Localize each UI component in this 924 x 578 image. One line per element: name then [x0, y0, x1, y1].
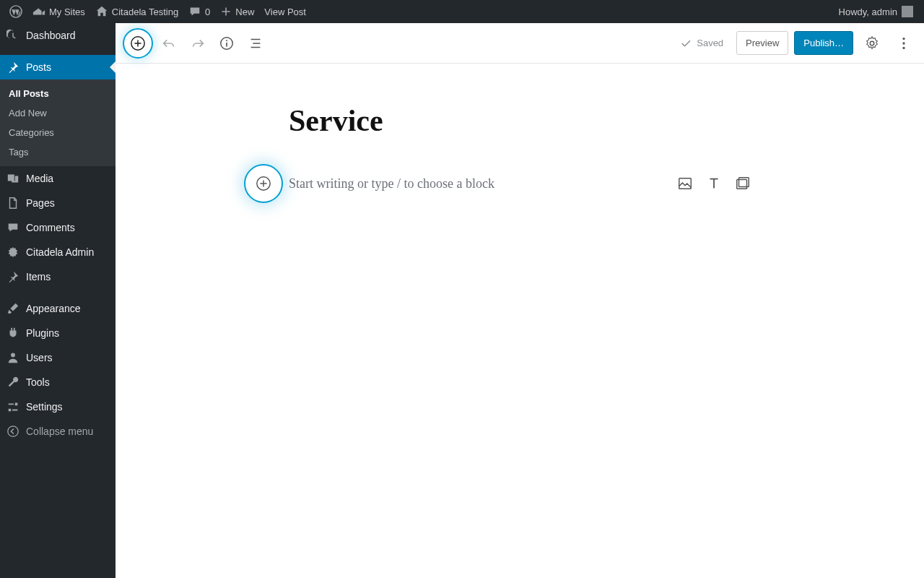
onboarding-highlight-inline [244, 164, 283, 203]
plug-icon [6, 326, 20, 340]
insert-heading-button[interactable] [706, 176, 722, 191]
onboarding-highlight [123, 28, 153, 59]
sidebar-item-plugins[interactable]: Plugins [0, 321, 116, 345]
collapse-label: Collapse menu [26, 426, 93, 437]
svg-point-5 [226, 40, 227, 41]
post-title[interactable]: Service [289, 103, 751, 138]
svg-point-9 [902, 46, 905, 48]
plus-circle-icon [256, 176, 271, 191]
new-label: New [235, 7, 254, 17]
comments-count: 0 [205, 7, 210, 17]
wordpress-icon [9, 5, 22, 18]
undo-button[interactable] [156, 30, 182, 56]
plus-icon [220, 6, 232, 17]
my-sites-link[interactable]: My Sites [27, 0, 90, 23]
outline-icon [248, 35, 263, 51]
sidebar-submenu-posts: All Posts Add New Categories Tags [0, 79, 116, 166]
publish-button[interactable]: Publish… [794, 31, 853, 55]
sidebar-label-tools: Tools [26, 376, 50, 388]
svg-point-8 [902, 42, 905, 44]
redo-icon [190, 35, 206, 51]
view-post-label: View Post [264, 7, 306, 17]
sidebar-label-citadela: Citadela Admin [26, 246, 94, 258]
avatar [902, 6, 913, 17]
block-placeholder-text[interactable]: Start writing or type / to choose a bloc… [289, 176, 494, 191]
admin-sidebar: Dashboard Posts All Posts Add New Catego… [0, 23, 116, 578]
svg-point-1 [11, 353, 15, 358]
image-icon [677, 176, 693, 191]
svg-point-2 [8, 426, 18, 436]
editor-canvas[interactable]: Service Start writing or type / to choos… [116, 64, 924, 578]
media-icon [6, 171, 20, 186]
sidebar-label-posts: Posts [26, 61, 51, 73]
sidebar-label-dashboard: Dashboard [26, 30, 76, 41]
outline-button[interactable] [243, 30, 269, 56]
account-link[interactable]: Howdy, admin [834, 0, 918, 23]
plus-circle-icon [130, 35, 146, 51]
sidebar-label-plugins: Plugins [26, 327, 59, 339]
sidebar-item-posts[interactable]: Posts [0, 55, 116, 79]
svg-rect-11 [679, 178, 692, 189]
svg-point-6 [870, 41, 874, 46]
info-icon [219, 35, 235, 51]
sidebar-item-citadela-admin[interactable]: Citadela Admin [0, 240, 116, 264]
check-icon [679, 37, 692, 50]
wp-logo[interactable] [4, 0, 27, 23]
sidebar-label-items: Items [26, 271, 51, 282]
save-status: Saved [672, 37, 731, 50]
sidebar-item-dashboard[interactable]: Dashboard [0, 23, 116, 48]
sidebar-item-tools[interactable]: Tools [0, 370, 116, 394]
sidebar-item-pages[interactable]: Pages [0, 191, 116, 215]
collapse-menu[interactable]: Collapse menu [0, 419, 116, 444]
gear-icon [6, 245, 20, 259]
info-button[interactable] [214, 30, 240, 56]
view-post-link[interactable]: View Post [259, 0, 311, 23]
new-content-link[interactable]: New [215, 0, 259, 23]
sidebar-label-settings: Settings [26, 401, 63, 413]
submenu-tags[interactable]: Tags [0, 142, 116, 162]
sidebar-item-media[interactable]: Media [0, 166, 116, 191]
saved-label: Saved [697, 38, 723, 48]
settings-button[interactable] [859, 30, 885, 56]
pages-icon [6, 196, 20, 210]
comments-link[interactable]: 0 [183, 0, 215, 23]
sidebar-item-items[interactable]: Items [0, 264, 116, 289]
insert-gallery-button[interactable] [735, 176, 751, 191]
sidebar-label-media: Media [26, 173, 53, 184]
collapse-icon [6, 424, 20, 439]
sidebar-item-comments[interactable]: Comments [0, 215, 116, 240]
preview-label: Preview [746, 38, 779, 48]
sidebar-label-users: Users [26, 352, 53, 363]
sidebar-label-pages: Pages [26, 197, 55, 209]
sidebar-item-appearance[interactable]: Appearance [0, 296, 116, 321]
pin-icon [6, 60, 20, 74]
submenu-all-posts[interactable]: All Posts [0, 84, 116, 103]
comment-icon [188, 5, 201, 18]
editor-topbar: Saved Preview Publish… [116, 23, 924, 64]
user-icon [6, 350, 20, 365]
site-link[interactable]: Citadela Testing [90, 0, 183, 23]
wrench-icon [6, 375, 20, 389]
gear-icon [864, 35, 880, 51]
howdy-label: Howdy, admin [839, 7, 897, 17]
inline-add-block-button[interactable] [250, 171, 276, 197]
home-icon [95, 5, 108, 18]
gallery-icon [735, 176, 751, 191]
submenu-categories[interactable]: Categories [0, 123, 116, 142]
sidebar-label-comments: Comments [26, 222, 75, 233]
kebab-icon [896, 35, 912, 51]
preview-button[interactable]: Preview [736, 31, 788, 55]
quick-inserters [677, 176, 751, 191]
redo-button[interactable] [185, 30, 211, 56]
more-button[interactable] [891, 30, 917, 56]
submenu-add-new[interactable]: Add New [0, 103, 116, 123]
heading-icon [706, 176, 722, 191]
add-block-button[interactable] [125, 30, 151, 56]
sidebar-item-settings[interactable]: Settings [0, 394, 116, 419]
editor: Saved Preview Publish… Service [116, 23, 924, 578]
sidebar-item-users[interactable]: Users [0, 345, 116, 370]
svg-point-7 [902, 37, 905, 39]
publish-label: Publish… [803, 38, 844, 48]
comment-icon [6, 220, 20, 235]
insert-image-button[interactable] [677, 176, 693, 191]
